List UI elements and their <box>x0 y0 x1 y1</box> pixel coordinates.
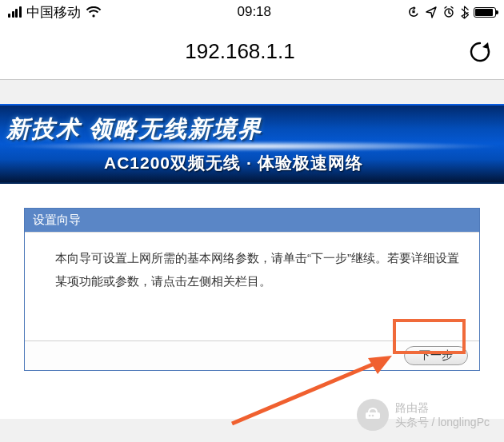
wizard-instructions: 本向导可设置上网所需的基本网络参数，请单击“下一步”继续。若要详细设置某项功能或… <box>25 232 479 340</box>
wifi-icon <box>86 6 102 18</box>
bluetooth-icon <box>460 6 469 19</box>
watermark-line2: 头条号 / longlingPc <box>395 415 490 429</box>
divider <box>0 184 504 192</box>
router-banner: 新技术 领略无线新境界 AC1200双频无线 · 体验极速网络 <box>0 104 504 184</box>
browser-address-bar: 192.168.1.1 <box>0 24 504 80</box>
svg-rect-0 <box>412 11 414 14</box>
panel-title: 设置向导 <box>25 209 479 232</box>
battery-icon <box>474 7 496 18</box>
status-right <box>407 6 496 19</box>
location-icon <box>425 6 438 18</box>
cellular-signal-icon <box>8 6 22 18</box>
url-field[interactable]: 192.168.1.1 <box>24 39 456 64</box>
setup-wizard-panel: 设置向导 本向导可设置上网所需的基本网络参数，请单击“下一步”继续。若要详细设置… <box>24 208 480 371</box>
reload-button[interactable] <box>456 39 504 65</box>
status-left: 中国移动 <box>8 3 102 22</box>
banner-headline: 新技术 领略无线新境界 <box>6 113 262 145</box>
watermark-line1: 路由器 <box>395 400 490 415</box>
clock: 09:18 <box>237 4 271 20</box>
wizard-footer: 下一步 <box>25 340 479 370</box>
alarm-icon <box>442 6 455 18</box>
watermark: 路由器 头条号 / longlingPc <box>357 399 490 431</box>
svg-point-5 <box>368 415 370 417</box>
carrier-label: 中国移动 <box>26 3 81 22</box>
orientation-lock-icon <box>407 6 420 18</box>
gap <box>0 80 504 104</box>
ios-status-bar: 中国移动 09:18 <box>0 0 504 24</box>
next-button[interactable]: 下一步 <box>404 346 468 365</box>
banner-subhead: AC1200双频无线 · 体验极速网络 <box>104 152 363 174</box>
page-body: 设置向导 本向导可设置上网所需的基本网络参数，请单击“下一步”继续。若要详细设置… <box>0 192 504 419</box>
watermark-logo-icon <box>357 399 389 431</box>
reload-icon <box>468 39 492 65</box>
svg-point-6 <box>371 415 374 417</box>
